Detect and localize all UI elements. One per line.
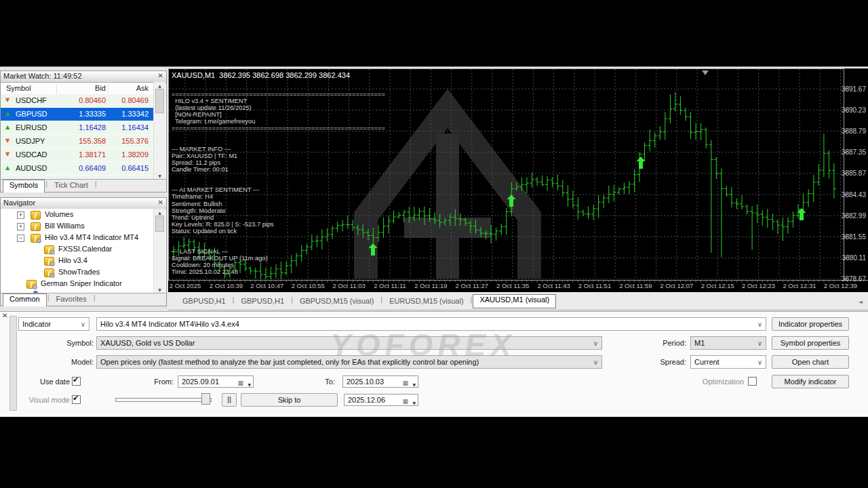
- navigator-scrollbar[interactable]: ▲ ▼: [153, 209, 165, 293]
- indicator-properties-button[interactable]: Indicator properties: [772, 317, 849, 331]
- svg-text:2 Oct 10:55: 2 Oct 10:55: [292, 282, 325, 289]
- tab-gbpusd-h1[interactable]: GBPUSD,H1: [235, 296, 290, 308]
- calendar-icon[interactable]: ▦: [402, 378, 408, 388]
- down-tick-icon: ▼: [5, 151, 9, 157]
- expand-icon[interactable]: +: [17, 211, 24, 219]
- collapse-icon[interactable]: −: [17, 235, 24, 242]
- navigator-item[interactable]: −fHilo v3.4 MT4 Indicator MT4: [1, 232, 153, 243]
- spread-select[interactable]: Current∨: [690, 355, 766, 369]
- up-tick-icon: ▲: [5, 110, 9, 117]
- indicator-overlay-text: ========================================…: [172, 91, 385, 276]
- market-watch-row[interactable]: ▼USDJPY155.358155.376: [1, 135, 153, 148]
- svg-text:2 Oct 12:23: 2 Oct 12:23: [742, 282, 775, 289]
- market-watch-row[interactable]: ▼USDCHF0.804600.80469: [1, 94, 153, 108]
- navigator-item[interactable]: fShowTrades: [1, 266, 153, 278]
- column-symbol[interactable]: Symbol: [6, 84, 31, 92]
- use-date-checkbox[interactable]: [72, 377, 81, 386]
- svg-text:2 Oct 12:31: 2 Oct 12:31: [783, 282, 816, 289]
- market-watch-row[interactable]: ▲EURUSD1.164281.16434: [1, 121, 153, 135]
- tab-symbols[interactable]: Symbols: [3, 180, 45, 192]
- navigator-item-label: Hilo v3.4: [58, 256, 87, 264]
- tab-xauusd-m1-visual-[interactable]: XAUUSD,M1 (visual): [473, 294, 556, 308]
- scroll-down-icon[interactable]: ▼: [154, 174, 165, 178]
- visual-speed-slider[interactable]: [115, 398, 212, 402]
- letterbox-top: [0, 0, 868, 66]
- navigator-item-label: ShowTrades: [58, 268, 100, 276]
- tab-separator: |: [291, 296, 293, 304]
- scroll-thumb[interactable]: [155, 216, 164, 232]
- tab-separator: |: [94, 293, 96, 302]
- calendar-icon[interactable]: ▦: [402, 396, 408, 407]
- tab-separator: |: [233, 296, 235, 304]
- navigator-item[interactable]: fFXSSI.Calendar: [1, 243, 153, 255]
- skip-to-button[interactable]: Skip to: [241, 393, 338, 407]
- market-watch-scrollbar[interactable]: ▲ ▼: [153, 82, 165, 180]
- symbol-properties-button[interactable]: Symbol properties: [772, 336, 849, 350]
- chevron-down-icon: ∨: [593, 357, 598, 369]
- market-watch-row[interactable]: ▲AUDUSD0.664090.66415: [1, 162, 153, 176]
- bid-value: 0.80460: [58, 96, 106, 104]
- indicator-icon: f: [26, 280, 37, 289]
- tab-scroll-left-icon[interactable]: ◄: [859, 299, 863, 305]
- navigator-item[interactable]: fGerman Sniper Indicator: [1, 278, 153, 289]
- model-label: Model:: [12, 355, 94, 369]
- column-bid[interactable]: Bid: [58, 84, 106, 92]
- optimization-label: Optimization: [677, 375, 744, 388]
- period-select[interactable]: M1∨: [690, 336, 766, 350]
- tab-gbpusd-h1[interactable]: GBPUSD,H1: [176, 296, 232, 308]
- tab-gbpusd-m15-visual-[interactable]: GBPUSD,M15 (visual): [294, 296, 380, 308]
- close-icon[interactable]: ✕: [158, 72, 163, 79]
- scroll-up-icon[interactable]: ▲: [154, 83, 165, 88]
- market-watch-title: Market Watch: 11:49:52: [3, 72, 82, 80]
- from-label: From:: [134, 375, 174, 388]
- svg-text:2 Oct 11:43: 2 Oct 11:43: [537, 282, 570, 289]
- scroll-thumb[interactable]: [155, 89, 164, 113]
- symbol-name: EURUSD: [16, 123, 47, 131]
- modify-indicator-button[interactable]: Modify indicator: [772, 375, 849, 388]
- price-chart[interactable]: 3891.673890.233888.793887.353885.873884.…: [168, 68, 868, 292]
- expand-icon[interactable]: +: [17, 223, 24, 230]
- svg-text:2 Oct 11:19: 2 Oct 11:19: [414, 282, 447, 289]
- chevron-down-icon: ∨: [757, 338, 762, 350]
- tab-common[interactable]: Common: [3, 293, 47, 306]
- navigator-item[interactable]: fHilo v3.4: [1, 255, 153, 266]
- skip-to-date-input[interactable]: 2025.12.06▦▼: [344, 394, 418, 406]
- navigator-item[interactable]: +fBill Williams: [1, 220, 153, 232]
- dropdown-icon[interactable]: ▼: [248, 380, 251, 390]
- market-watch-header[interactable]: Market Watch: 11:49:52 ✕: [1, 71, 166, 83]
- svg-text:2 Oct 12:15: 2 Oct 12:15: [701, 282, 734, 289]
- optimization-checkbox[interactable]: [748, 377, 757, 386]
- navigator-header[interactable]: Navigator ✕: [1, 198, 166, 209]
- tab-favorites[interactable]: Favorites: [50, 294, 92, 305]
- dropdown-icon[interactable]: ▼: [412, 380, 416, 390]
- slider-handle[interactable]: [201, 393, 210, 405]
- pause-button[interactable]: ||: [222, 393, 237, 407]
- dropdown-icon[interactable]: ▼: [412, 398, 416, 409]
- tab-eurusd-m15-visual-[interactable]: EURUSD,M15 (visual): [383, 296, 469, 308]
- yoforex-watermark: YOFOREX: [330, 327, 516, 363]
- svg-text:2 Oct 10:47: 2 Oct 10:47: [250, 282, 283, 289]
- bid-value: 1.38171: [58, 150, 106, 159]
- close-icon[interactable]: ✕: [2, 312, 7, 319]
- scroll-down-icon[interactable]: ▼: [154, 287, 165, 292]
- symbol-name: USDCHF: [16, 96, 47, 104]
- visual-mode-checkbox[interactable]: [72, 395, 81, 404]
- svg-text:3891.67: 3891.67: [842, 85, 867, 93]
- market-watch-row[interactable]: ▼USDCAD1.381711.38209: [1, 148, 153, 162]
- navigator-item[interactable]: +fVolumes: [1, 209, 153, 220]
- from-date-input[interactable]: 2025.09.01▦▼: [178, 375, 254, 388]
- market-watch-row[interactable]: ▲GBPUSD1.333351.33342: [1, 108, 153, 121]
- svg-text:2 Oct 11:35: 2 Oct 11:35: [496, 282, 529, 289]
- tester-mode-select[interactable]: Indicator∨: [18, 317, 90, 331]
- scroll-up-icon[interactable]: ▲: [154, 210, 165, 215]
- navigator-item-label: Hilo v3.4 MT4 Indicator MT4: [45, 233, 138, 241]
- chevron-down-icon: ∨: [593, 338, 598, 350]
- close-icon[interactable]: ✕: [158, 199, 163, 206]
- tab-tick-chart[interactable]: Tick Chart: [48, 180, 94, 191]
- indicator-icon: f: [31, 234, 41, 243]
- to-date-input[interactable]: 2025.10.03▦▼: [342, 375, 418, 388]
- open-chart-button[interactable]: Open chart: [772, 355, 849, 369]
- calendar-icon[interactable]: ▦: [237, 378, 243, 388]
- svg-text:3880.11: 3880.11: [842, 254, 867, 262]
- chevron-down-icon: ∨: [81, 319, 85, 331]
